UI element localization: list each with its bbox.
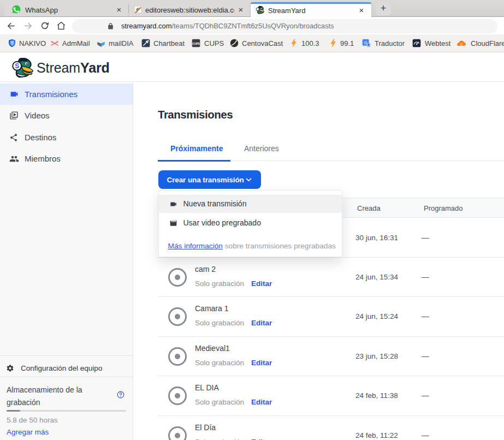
svg-text:CUPS: CUPS xyxy=(192,42,200,45)
svg-text:S: S xyxy=(15,62,19,70)
